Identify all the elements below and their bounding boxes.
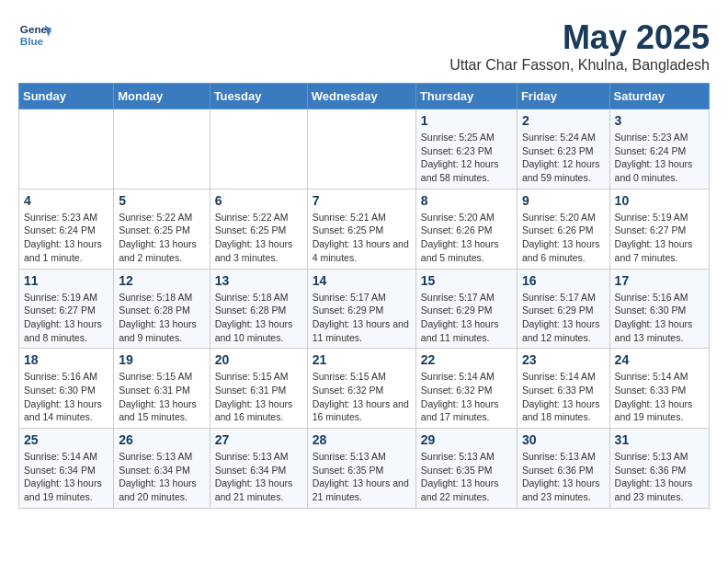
logo: General Blue General Blue (18, 18, 51, 52)
calendar-cell: 3Sunrise: 5:23 AM Sunset: 6:24 PM Daylig… (609, 109, 709, 190)
calendar-cell: 15Sunrise: 5:17 AM Sunset: 6:29 PM Dayli… (415, 269, 517, 349)
calendar-cell: 5Sunrise: 5:22 AM Sunset: 6:25 PM Daylig… (114, 189, 210, 269)
page-header: General Blue General Blue May 2025 Uttar… (18, 18, 710, 74)
day-number: 8 (421, 193, 512, 208)
day-number: 14 (313, 273, 411, 288)
day-info: Sunrise: 5:16 AM Sunset: 6:30 PM Dayligh… (24, 370, 108, 424)
day-number: 4 (24, 193, 108, 208)
calendar-cell (19, 109, 114, 190)
calendar-subtitle: Uttar Char Fasson, Khulna, Bangladesh (449, 57, 710, 74)
day-number: 5 (119, 193, 204, 208)
day-info: Sunrise: 5:17 AM Sunset: 6:29 PM Dayligh… (522, 291, 605, 345)
day-number: 27 (215, 432, 302, 447)
calendar-cell: 7Sunrise: 5:21 AM Sunset: 6:25 PM Daylig… (307, 189, 415, 269)
day-header-thursday: Thursday (415, 84, 517, 109)
week-row-1: 1Sunrise: 5:25 AM Sunset: 6:23 PM Daylig… (19, 109, 710, 190)
calendar-cell: 4Sunrise: 5:23 AM Sunset: 6:24 PM Daylig… (19, 189, 114, 269)
week-row-4: 18Sunrise: 5:16 AM Sunset: 6:30 PM Dayli… (19, 349, 710, 429)
day-number: 28 (313, 432, 411, 447)
calendar-title: May 2025 (449, 18, 710, 57)
calendar-cell: 2Sunrise: 5:24 AM Sunset: 6:23 PM Daylig… (517, 109, 609, 190)
day-info: Sunrise: 5:14 AM Sunset: 6:34 PM Dayligh… (24, 450, 108, 504)
day-header-wednesday: Wednesday (307, 84, 415, 109)
day-info: Sunrise: 5:20 AM Sunset: 6:26 PM Dayligh… (522, 211, 605, 265)
calendar-cell: 24Sunrise: 5:14 AM Sunset: 6:33 PM Dayli… (609, 349, 709, 429)
day-info: Sunrise: 5:13 AM Sunset: 6:35 PM Dayligh… (313, 450, 411, 504)
day-number: 9 (522, 193, 605, 208)
day-info: Sunrise: 5:15 AM Sunset: 6:32 PM Dayligh… (313, 370, 411, 424)
day-number: 10 (615, 193, 704, 208)
week-row-5: 25Sunrise: 5:14 AM Sunset: 6:34 PM Dayli… (19, 429, 710, 509)
day-number: 1 (421, 113, 512, 128)
day-info: Sunrise: 5:19 AM Sunset: 6:27 PM Dayligh… (24, 291, 108, 345)
day-info: Sunrise: 5:20 AM Sunset: 6:26 PM Dayligh… (421, 211, 512, 265)
day-number: 11 (24, 273, 108, 288)
day-number: 6 (215, 193, 302, 208)
day-number: 16 (522, 273, 605, 288)
day-number: 13 (215, 273, 302, 288)
day-info: Sunrise: 5:13 AM Sunset: 6:36 PM Dayligh… (522, 450, 605, 504)
day-number: 12 (119, 273, 204, 288)
day-info: Sunrise: 5:19 AM Sunset: 6:27 PM Dayligh… (615, 211, 704, 265)
calendar-cell: 19Sunrise: 5:15 AM Sunset: 6:31 PM Dayli… (114, 349, 210, 429)
day-info: Sunrise: 5:13 AM Sunset: 6:34 PM Dayligh… (215, 450, 302, 504)
calendar-cell: 23Sunrise: 5:14 AM Sunset: 6:33 PM Dayli… (517, 349, 609, 429)
calendar-cell: 25Sunrise: 5:14 AM Sunset: 6:34 PM Dayli… (19, 429, 114, 509)
day-info: Sunrise: 5:15 AM Sunset: 6:31 PM Dayligh… (119, 370, 204, 424)
day-header-monday: Monday (114, 84, 210, 109)
day-info: Sunrise: 5:21 AM Sunset: 6:25 PM Dayligh… (313, 211, 411, 265)
day-info: Sunrise: 5:15 AM Sunset: 6:31 PM Dayligh… (215, 370, 302, 424)
calendar-cell: 8Sunrise: 5:20 AM Sunset: 6:26 PM Daylig… (415, 189, 517, 269)
day-number: 3 (615, 113, 704, 128)
day-info: Sunrise: 5:17 AM Sunset: 6:29 PM Dayligh… (421, 291, 512, 345)
day-number: 26 (119, 432, 204, 447)
day-number: 2 (522, 113, 605, 128)
logo-icon: General Blue (18, 18, 51, 52)
day-info: Sunrise: 5:23 AM Sunset: 6:24 PM Dayligh… (24, 211, 108, 265)
day-number: 18 (24, 352, 108, 367)
day-info: Sunrise: 5:14 AM Sunset: 6:33 PM Dayligh… (615, 370, 704, 424)
calendar-cell: 31Sunrise: 5:13 AM Sunset: 6:36 PM Dayli… (609, 429, 709, 509)
calendar-cell: 13Sunrise: 5:18 AM Sunset: 6:28 PM Dayli… (210, 269, 307, 349)
day-info: Sunrise: 5:18 AM Sunset: 6:28 PM Dayligh… (215, 291, 302, 345)
day-number: 17 (615, 273, 704, 288)
calendar-cell: 11Sunrise: 5:19 AM Sunset: 6:27 PM Dayli… (19, 269, 114, 349)
day-header-saturday: Saturday (609, 84, 709, 109)
day-info: Sunrise: 5:22 AM Sunset: 6:25 PM Dayligh… (215, 211, 302, 265)
calendar-cell (210, 109, 307, 190)
day-number: 23 (522, 352, 605, 367)
calendar-cell: 26Sunrise: 5:13 AM Sunset: 6:34 PM Dayli… (114, 429, 210, 509)
calendar-cell: 27Sunrise: 5:13 AM Sunset: 6:34 PM Dayli… (210, 429, 307, 509)
calendar-cell (307, 109, 415, 190)
day-info: Sunrise: 5:13 AM Sunset: 6:36 PM Dayligh… (615, 450, 704, 504)
day-header-tuesday: Tuesday (210, 84, 307, 109)
day-info: Sunrise: 5:18 AM Sunset: 6:28 PM Dayligh… (119, 291, 204, 345)
day-header-sunday: Sunday (19, 84, 114, 109)
day-info: Sunrise: 5:14 AM Sunset: 6:33 PM Dayligh… (522, 370, 605, 424)
day-info: Sunrise: 5:17 AM Sunset: 6:29 PM Dayligh… (313, 291, 411, 345)
day-number: 30 (522, 432, 605, 447)
calendar-cell: 14Sunrise: 5:17 AM Sunset: 6:29 PM Dayli… (307, 269, 415, 349)
day-info: Sunrise: 5:23 AM Sunset: 6:24 PM Dayligh… (615, 131, 704, 185)
calendar-cell: 22Sunrise: 5:14 AM Sunset: 6:32 PM Dayli… (415, 349, 517, 429)
day-number: 19 (119, 352, 204, 367)
day-number: 15 (421, 273, 512, 288)
day-info: Sunrise: 5:16 AM Sunset: 6:30 PM Dayligh… (615, 291, 704, 345)
day-number: 21 (313, 352, 411, 367)
day-info: Sunrise: 5:14 AM Sunset: 6:32 PM Dayligh… (421, 370, 512, 424)
calendar-cell: 16Sunrise: 5:17 AM Sunset: 6:29 PM Dayli… (517, 269, 609, 349)
day-header-friday: Friday (517, 84, 609, 109)
calendar-cell: 9Sunrise: 5:20 AM Sunset: 6:26 PM Daylig… (517, 189, 609, 269)
day-number: 22 (421, 352, 512, 367)
calendar-cell: 18Sunrise: 5:16 AM Sunset: 6:30 PM Dayli… (19, 349, 114, 429)
day-number: 7 (313, 193, 411, 208)
calendar-cell: 6Sunrise: 5:22 AM Sunset: 6:25 PM Daylig… (210, 189, 307, 269)
title-block: May 2025 Uttar Char Fasson, Khulna, Bang… (449, 18, 710, 74)
day-info: Sunrise: 5:24 AM Sunset: 6:23 PM Dayligh… (522, 131, 605, 185)
calendar-cell (114, 109, 210, 190)
days-header-row: SundayMondayTuesdayWednesdayThursdayFrid… (19, 84, 710, 109)
day-number: 31 (615, 432, 704, 447)
calendar-cell: 28Sunrise: 5:13 AM Sunset: 6:35 PM Dayli… (307, 429, 415, 509)
day-info: Sunrise: 5:13 AM Sunset: 6:34 PM Dayligh… (119, 450, 204, 504)
day-info: Sunrise: 5:25 AM Sunset: 6:23 PM Dayligh… (421, 131, 512, 185)
